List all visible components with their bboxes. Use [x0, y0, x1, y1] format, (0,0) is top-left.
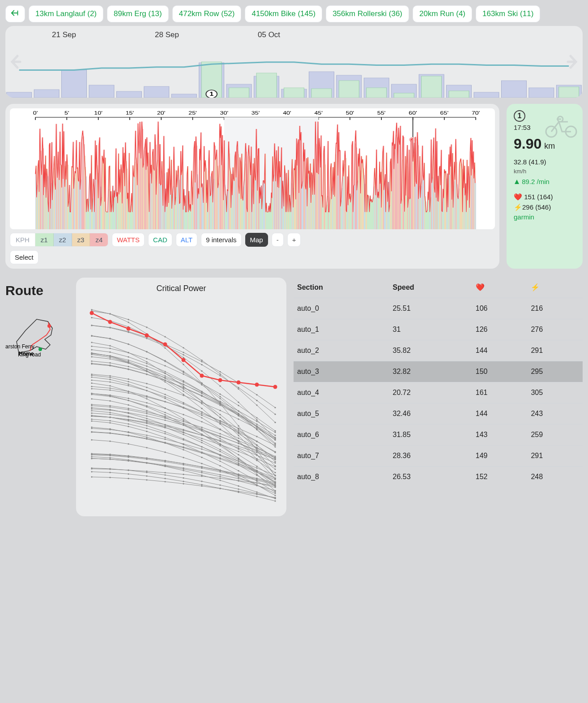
- svg-point-1230: [219, 440, 221, 441]
- svg-point-1332: [274, 490, 276, 491]
- activity-filter-chip[interactable]: 163km Ski (11): [476, 5, 540, 22]
- zone-z1-toggle[interactable]: z1: [35, 233, 54, 246]
- svg-point-1156: [274, 491, 276, 493]
- svg-point-902: [256, 491, 257, 493]
- svg-point-1050: [146, 338, 147, 339]
- svg-point-1254: [256, 460, 257, 461]
- svg-point-1360: [183, 443, 184, 445]
- svg-point-1164: [219, 417, 221, 418]
- table-row[interactable]: auto_728.36149291: [294, 446, 583, 467]
- svg-text:50': 50': [346, 111, 354, 116]
- table-row[interactable]: auto_235.82144291: [294, 340, 583, 361]
- activity-filter-chip[interactable]: 356km Rollerski (36): [326, 5, 409, 22]
- svg-point-1282: [164, 414, 166, 416]
- col-power[interactable]: ⚡: [527, 278, 583, 298]
- svg-point-1203: [128, 319, 129, 320]
- activity-filter-chip[interactable]: 89km Erg (13): [107, 5, 169, 22]
- col-section[interactable]: Section: [294, 278, 389, 298]
- svg-point-1268: [109, 454, 111, 455]
- svg-point-1162: [183, 390, 184, 392]
- svg-point-1260: [164, 472, 166, 473]
- svg-point-1222: [274, 452, 276, 453]
- svg-point-1007: [164, 373, 166, 374]
- select-button[interactable]: Select: [10, 250, 38, 264]
- svg-point-1110: [238, 489, 239, 490]
- watts-toggle[interactable]: WATTS: [112, 233, 145, 247]
- svg-point-1344: [91, 373, 92, 375]
- svg-point-917: [128, 321, 129, 323]
- svg-point-872: [109, 379, 111, 380]
- col-hr[interactable]: ❤️: [472, 278, 528, 298]
- map-button[interactable]: Map: [245, 233, 268, 247]
- activity-filter-chip[interactable]: 20km Run (4): [413, 5, 472, 22]
- svg-point-1305: [183, 388, 184, 390]
- svg-point-930: [164, 433, 166, 434]
- activity-speed: 32.8 (41.9): [514, 157, 576, 167]
- svg-point-1150: [164, 437, 166, 438]
- svg-point-1256: [91, 468, 92, 469]
- zone-z2-toggle[interactable]: z2: [54, 233, 72, 246]
- svg-point-1381: [163, 343, 167, 347]
- svg-point-1380: [145, 334, 149, 338]
- table-row[interactable]: auto_332.82150295: [294, 361, 583, 382]
- svg-point-1275: [238, 473, 239, 475]
- svg-point-1372: [201, 383, 202, 384]
- activity-source-link[interactable]: garmin: [514, 212, 576, 223]
- activity-filter-chip[interactable]: 4150km Bike (145): [245, 5, 322, 22]
- svg-point-1296: [219, 433, 221, 434]
- svg-point-1041: [183, 380, 184, 382]
- critical-power-chart[interactable]: [82, 295, 280, 510]
- activity-prev-button[interactable]: [12, 159, 28, 178]
- col-speed[interactable]: Speed: [389, 278, 472, 298]
- activity-next-button[interactable]: [477, 159, 493, 178]
- table-row[interactable]: auto_826.53152248: [294, 467, 583, 488]
- altitude-toggle[interactable]: ALT: [176, 233, 197, 247]
- svg-point-1123: [274, 462, 276, 463]
- svg-point-1238: [164, 420, 166, 421]
- svg-point-1053: [201, 364, 202, 365]
- svg-point-1199: [256, 419, 257, 420]
- svg-point-852: [146, 413, 147, 414]
- cadence-toggle[interactable]: CAD: [148, 233, 172, 247]
- svg-point-1177: [256, 429, 257, 430]
- svg-point-890: [238, 476, 239, 478]
- speed-unit-label[interactable]: KPH: [10, 233, 35, 246]
- zone-z3-toggle[interactable]: z3: [72, 233, 90, 246]
- svg-point-791: [238, 435, 239, 436]
- activity-filter-chip[interactable]: 472km Row (52): [172, 5, 242, 22]
- route-map[interactable]: arston Ferry King road Home: [5, 304, 68, 366]
- svg-point-1228: [183, 430, 184, 431]
- svg-point-1309: [256, 444, 257, 446]
- activity-filter-chip[interactable]: 13km Langlauf (2): [29, 5, 103, 22]
- back-button[interactable]: [5, 5, 25, 22]
- table-row[interactable]: auto_131126276: [294, 319, 583, 340]
- back-arrow-icon: [10, 9, 20, 17]
- svg-point-1342: [256, 496, 257, 497]
- table-row[interactable]: auto_631.85143259: [294, 424, 583, 446]
- svg-point-811: [201, 440, 202, 441]
- svg-point-1285: [219, 445, 221, 446]
- zone-z4-toggle[interactable]: z4: [90, 233, 108, 246]
- svg-text:30': 30': [220, 111, 229, 116]
- svg-point-984: [146, 387, 147, 388]
- intervals-button[interactable]: 9 intervals: [201, 233, 241, 247]
- zoom-out-button[interactable]: -: [272, 233, 284, 247]
- svg-point-1089: [256, 424, 257, 425]
- zoom-in-button[interactable]: +: [287, 233, 301, 247]
- svg-point-1292: [146, 412, 147, 413]
- table-row[interactable]: auto_025.51106216: [294, 298, 583, 319]
- svg-point-1375: [256, 417, 257, 418]
- svg-point-1272: [183, 463, 184, 464]
- table-row[interactable]: auto_420.72161305: [294, 382, 583, 403]
- svg-point-1231: [238, 446, 239, 447]
- overview-bars-chart[interactable]: 1: [5, 48, 583, 98]
- svg-point-1366: [91, 346, 92, 347]
- svg-point-1353: [256, 428, 257, 429]
- svg-point-945: [238, 454, 239, 455]
- svg-point-1329: [219, 476, 221, 477]
- overview-date: 28 Sep: [155, 30, 258, 39]
- activity-chart[interactable]: 0'5'10'15'20'25'30'35'40'45'50'55'60'65'…: [10, 108, 495, 229]
- table-row[interactable]: auto_532.46144243: [294, 403, 583, 424]
- svg-point-875: [164, 398, 166, 399]
- svg-point-770: [47, 324, 51, 328]
